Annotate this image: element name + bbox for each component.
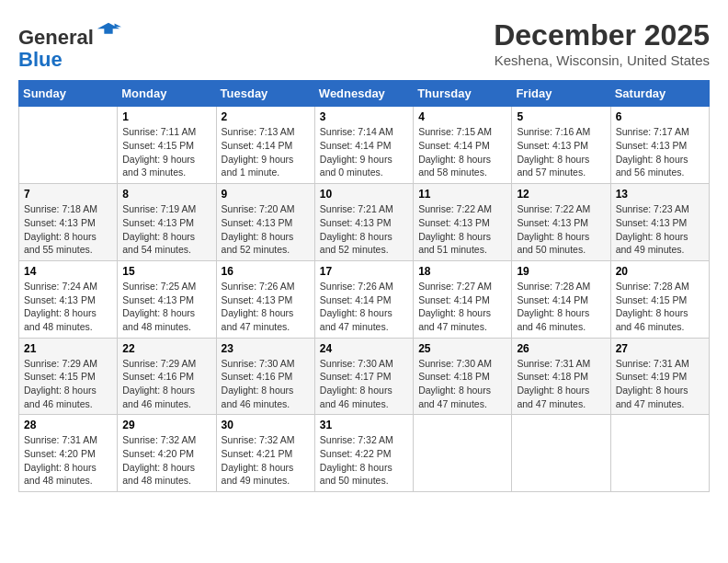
day-number: 10: [320, 188, 408, 201]
svg-marker-1: [114, 24, 120, 28]
calendar-cell: [414, 415, 512, 492]
day-info: Sunrise: 7:22 AM Sunset: 4:13 PM Dayligh…: [418, 202, 506, 257]
calendar-cell: 23Sunrise: 7:30 AM Sunset: 4:16 PM Dayli…: [216, 338, 314, 415]
svg-marker-0: [97, 23, 119, 34]
calendar-cell: 11Sunrise: 7:22 AM Sunset: 4:13 PM Dayli…: [414, 184, 512, 261]
day-number: 24: [320, 342, 408, 355]
day-number: 19: [517, 265, 605, 278]
weekday-header-saturday: Saturday: [610, 81, 709, 107]
calendar-cell: 12Sunrise: 7:22 AM Sunset: 4:13 PM Dayli…: [512, 184, 610, 261]
calendar-cell: 13Sunrise: 7:23 AM Sunset: 4:13 PM Dayli…: [610, 184, 709, 261]
day-info: Sunrise: 7:19 AM Sunset: 4:13 PM Dayligh…: [122, 202, 210, 257]
calendar-cell: 24Sunrise: 7:30 AM Sunset: 4:17 PM Dayli…: [314, 338, 413, 415]
day-info: Sunrise: 7:16 AM Sunset: 4:13 PM Dayligh…: [517, 125, 605, 179]
day-number: 3: [320, 110, 408, 123]
day-number: 7: [24, 188, 112, 201]
day-info: Sunrise: 7:23 AM Sunset: 4:13 PM Dayligh…: [616, 202, 704, 257]
day-info: Sunrise: 7:15 AM Sunset: 4:14 PM Dayligh…: [418, 125, 506, 179]
day-info: Sunrise: 7:31 AM Sunset: 4:20 PM Dayligh…: [24, 433, 112, 488]
day-info: Sunrise: 7:30 AM Sunset: 4:16 PM Dayligh…: [222, 357, 310, 411]
weekday-header-wednesday: Wednesday: [314, 81, 413, 107]
calendar-cell: 29Sunrise: 7:32 AM Sunset: 4:20 PM Dayli…: [118, 415, 216, 492]
logo: General Blue: [18, 18, 121, 71]
calendar-cell: 6Sunrise: 7:17 AM Sunset: 4:13 PM Daylig…: [610, 107, 709, 184]
day-info: Sunrise: 7:25 AM Sunset: 4:13 PM Dayligh…: [122, 280, 210, 334]
day-number: 18: [418, 265, 506, 278]
calendar-cell: 15Sunrise: 7:25 AM Sunset: 4:13 PM Dayli…: [118, 260, 216, 338]
day-number: 28: [24, 419, 112, 431]
title-block: December 2025 Keshena, Wisconsin, United…: [494, 18, 710, 68]
day-info: Sunrise: 7:27 AM Sunset: 4:14 PM Dayligh…: [418, 280, 506, 334]
day-number: 17: [320, 265, 408, 278]
calendar-cell: 17Sunrise: 7:26 AM Sunset: 4:14 PM Dayli…: [314, 260, 413, 338]
calendar-cell: 1Sunrise: 7:11 AM Sunset: 4:15 PM Daylig…: [118, 107, 216, 184]
calendar-cell: 27Sunrise: 7:31 AM Sunset: 4:19 PM Dayli…: [610, 338, 709, 415]
day-number: 29: [122, 419, 210, 431]
calendar-cell: 28Sunrise: 7:31 AM Sunset: 4:20 PM Dayli…: [19, 415, 118, 492]
calendar-cell: 30Sunrise: 7:32 AM Sunset: 4:21 PM Dayli…: [216, 415, 314, 492]
calendar-cell: 31Sunrise: 7:32 AM Sunset: 4:22 PM Dayli…: [314, 415, 413, 492]
calendar-cell: 19Sunrise: 7:28 AM Sunset: 4:14 PM Dayli…: [512, 260, 610, 338]
day-number: 1: [122, 110, 210, 123]
day-info: Sunrise: 7:28 AM Sunset: 4:14 PM Dayligh…: [517, 280, 605, 334]
calendar-cell: 14Sunrise: 7:24 AM Sunset: 4:13 PM Dayli…: [19, 260, 118, 338]
calendar-week-row: 1Sunrise: 7:11 AM Sunset: 4:15 PM Daylig…: [19, 107, 710, 184]
day-info: Sunrise: 7:32 AM Sunset: 4:21 PM Dayligh…: [222, 433, 310, 488]
day-number: 14: [24, 265, 112, 278]
calendar-cell: 20Sunrise: 7:28 AM Sunset: 4:15 PM Dayli…: [610, 260, 709, 338]
calendar-cell: 9Sunrise: 7:20 AM Sunset: 4:13 PM Daylig…: [216, 184, 314, 261]
calendar-cell: 21Sunrise: 7:29 AM Sunset: 4:15 PM Dayli…: [19, 338, 118, 415]
day-number: 2: [222, 110, 310, 123]
calendar-cell: 22Sunrise: 7:29 AM Sunset: 4:16 PM Dayli…: [118, 338, 216, 415]
day-number: 6: [616, 110, 704, 123]
day-info: Sunrise: 7:14 AM Sunset: 4:14 PM Dayligh…: [320, 125, 408, 179]
day-info: Sunrise: 7:29 AM Sunset: 4:15 PM Dayligh…: [24, 357, 112, 411]
weekday-header-thursday: Thursday: [414, 81, 512, 107]
calendar-cell: 26Sunrise: 7:31 AM Sunset: 4:18 PM Dayli…: [512, 338, 610, 415]
calendar-cell: 10Sunrise: 7:21 AM Sunset: 4:13 PM Dayli…: [314, 184, 413, 261]
calendar-week-row: 14Sunrise: 7:24 AM Sunset: 4:13 PM Dayli…: [19, 260, 710, 338]
day-info: Sunrise: 7:31 AM Sunset: 4:18 PM Dayligh…: [517, 357, 605, 411]
day-number: 8: [122, 188, 210, 201]
day-number: 12: [517, 188, 605, 201]
day-info: Sunrise: 7:26 AM Sunset: 4:13 PM Dayligh…: [222, 280, 310, 334]
day-info: Sunrise: 7:17 AM Sunset: 4:13 PM Dayligh…: [616, 125, 704, 179]
calendar-cell: 3Sunrise: 7:14 AM Sunset: 4:14 PM Daylig…: [314, 107, 413, 184]
calendar-cell: 25Sunrise: 7:30 AM Sunset: 4:18 PM Dayli…: [414, 338, 512, 415]
day-info: Sunrise: 7:30 AM Sunset: 4:17 PM Dayligh…: [320, 357, 408, 411]
calendar-cell: 18Sunrise: 7:27 AM Sunset: 4:14 PM Dayli…: [414, 260, 512, 338]
day-number: 21: [24, 342, 112, 355]
calendar-table: SundayMondayTuesdayWednesdayThursdayFrid…: [18, 80, 710, 492]
calendar-week-row: 28Sunrise: 7:31 AM Sunset: 4:20 PM Dayli…: [19, 415, 710, 492]
weekday-header-sunday: Sunday: [19, 81, 118, 107]
day-number: 30: [222, 419, 310, 431]
calendar-week-row: 7Sunrise: 7:18 AM Sunset: 4:13 PM Daylig…: [19, 184, 710, 261]
calendar-cell: 16Sunrise: 7:26 AM Sunset: 4:13 PM Dayli…: [216, 260, 314, 338]
weekday-header-row: SundayMondayTuesdayWednesdayThursdayFrid…: [19, 81, 710, 107]
day-number: 31: [320, 419, 408, 431]
day-info: Sunrise: 7:31 AM Sunset: 4:19 PM Dayligh…: [616, 357, 704, 411]
day-info: Sunrise: 7:24 AM Sunset: 4:13 PM Dayligh…: [24, 280, 112, 334]
day-info: Sunrise: 7:32 AM Sunset: 4:22 PM Dayligh…: [320, 433, 408, 488]
day-number: 11: [418, 188, 506, 201]
calendar-cell: 8Sunrise: 7:19 AM Sunset: 4:13 PM Daylig…: [118, 184, 216, 261]
day-number: 27: [616, 342, 704, 355]
day-number: 4: [418, 110, 506, 123]
day-number: 16: [222, 265, 310, 278]
calendar-cell: [512, 415, 610, 492]
day-number: 25: [418, 342, 506, 355]
calendar-cell: 7Sunrise: 7:18 AM Sunset: 4:13 PM Daylig…: [19, 184, 118, 261]
day-info: Sunrise: 7:11 AM Sunset: 4:15 PM Dayligh…: [122, 125, 210, 179]
day-number: 13: [616, 188, 704, 201]
day-number: 9: [222, 188, 310, 201]
month-title: December 2025: [494, 18, 710, 52]
day-info: Sunrise: 7:20 AM Sunset: 4:13 PM Dayligh…: [222, 202, 310, 257]
day-info: Sunrise: 7:30 AM Sunset: 4:18 PM Dayligh…: [418, 357, 506, 411]
logo-blue-text: Blue: [18, 48, 63, 71]
weekday-header-friday: Friday: [512, 81, 610, 107]
day-info: Sunrise: 7:13 AM Sunset: 4:14 PM Dayligh…: [222, 125, 310, 179]
calendar-cell: [610, 415, 709, 492]
day-number: 22: [122, 342, 210, 355]
day-info: Sunrise: 7:21 AM Sunset: 4:13 PM Dayligh…: [320, 202, 408, 257]
logo-bird-icon: [96, 18, 121, 44]
